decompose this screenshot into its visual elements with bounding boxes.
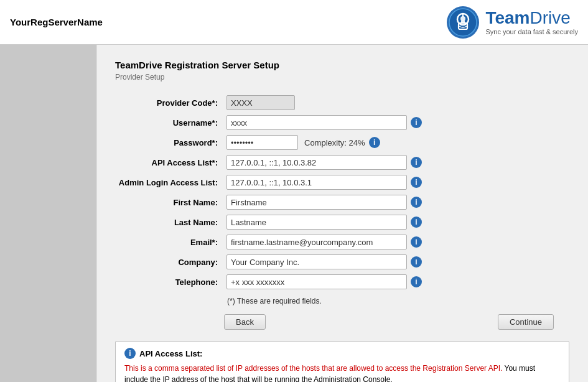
field-input-1[interactable] xyxy=(226,115,407,130)
teamdrive-logo-icon xyxy=(447,6,479,39)
field-input-3[interactable] xyxy=(226,155,407,170)
field-input-2[interactable] xyxy=(226,135,298,150)
field-label-4: Admin Login Access List: xyxy=(115,172,224,192)
form-row: Provider Code*: xyxy=(115,93,569,113)
field-input-9[interactable] xyxy=(226,274,407,289)
field-input-cell-5: i xyxy=(224,192,569,212)
button-row: Back Continue xyxy=(224,314,569,330)
form-row: Email*:i xyxy=(115,232,569,252)
help-box: i API Access List: This is a comma separ… xyxy=(115,341,569,382)
info-icon-2[interactable]: i xyxy=(369,137,380,148)
help-text-red: This is a comma separated list of IP add… xyxy=(124,364,502,373)
continue-button[interactable]: Continue xyxy=(498,314,554,330)
form-row: Username*:i xyxy=(115,113,569,133)
field-input-cell-9: i xyxy=(224,272,569,292)
field-label-9: Telephone: xyxy=(115,272,224,292)
logo-name: TeamDrive xyxy=(485,9,570,27)
field-input-0 xyxy=(226,95,295,110)
field-input-cell-1: i xyxy=(224,113,569,133)
field-label-0: Provider Code*: xyxy=(115,93,224,113)
field-input-cell-2: Complexity: 24%i xyxy=(224,133,569,152)
info-icon-3[interactable]: i xyxy=(411,157,422,168)
server-name: YourRegServerName xyxy=(10,17,103,27)
form-row: Password*:Complexity: 24%i xyxy=(115,133,569,152)
logo-area: TeamDrive Sync your data fast & securely xyxy=(447,6,578,39)
field-input-8[interactable] xyxy=(226,254,407,269)
logo-drive: Drive xyxy=(530,8,571,27)
info-icon-9[interactable]: i xyxy=(411,276,422,287)
logo-text: TeamDrive Sync your data fast & securely xyxy=(485,9,578,35)
form-row: Telephone:i xyxy=(115,272,569,292)
content: TeamDrive Registration Server Setup Prov… xyxy=(96,45,588,382)
field-input-cell-0 xyxy=(224,93,569,113)
help-box-text: This is a comma separated list of IP add… xyxy=(124,363,560,382)
main-layout: TeamDrive Registration Server Setup Prov… xyxy=(0,45,588,382)
field-label-5: First Name: xyxy=(115,192,224,212)
field-input-cell-3: i xyxy=(224,152,569,172)
field-input-5[interactable] xyxy=(226,195,407,210)
field-input-cell-6: i xyxy=(224,212,569,232)
field-input-7[interactable] xyxy=(226,235,407,249)
info-icon-7[interactable]: i xyxy=(411,236,422,248)
help-title-text: API Access List: xyxy=(139,349,202,358)
help-box-title: i API Access List: xyxy=(124,348,560,359)
svg-point-5 xyxy=(460,16,465,21)
header: YourRegServerName TeamDrive Sync your da… xyxy=(0,0,588,45)
logo-team: Team xyxy=(485,8,530,27)
field-label-2: Password*: xyxy=(115,133,224,152)
form-row: Admin Login Access List:i xyxy=(115,172,569,192)
info-icon-6[interactable]: i xyxy=(411,217,422,228)
info-icon-5[interactable]: i xyxy=(411,197,422,208)
back-button[interactable]: Back xyxy=(224,314,266,330)
field-input-6[interactable] xyxy=(226,215,407,230)
info-icon-1[interactable]: i xyxy=(411,117,422,128)
field-input-4[interactable] xyxy=(226,175,407,190)
field-label-7: Email*: xyxy=(115,232,224,252)
svg-rect-6 xyxy=(461,21,465,24)
field-input-cell-8: i xyxy=(224,252,569,272)
form-table: Provider Code*:Username*:iPassword*:Comp… xyxy=(115,93,569,292)
field-label-3: API Access List*: xyxy=(115,152,224,172)
field-input-cell-7: i xyxy=(224,232,569,252)
field-label-1: Username*: xyxy=(115,113,224,133)
form-row: API Access List*:i xyxy=(115,152,569,172)
complexity-text: Complexity: 24% xyxy=(304,138,365,147)
field-input-cell-4: i xyxy=(224,172,569,192)
required-note: (*) These are required fields. xyxy=(227,297,569,305)
page-title: TeamDrive Registration Server Setup xyxy=(115,60,569,70)
form-row: Company:i xyxy=(115,252,569,272)
field-label-8: Company: xyxy=(115,252,224,272)
form-row: First Name:i xyxy=(115,192,569,212)
page-subtitle: Provider Setup xyxy=(115,73,569,82)
sidebar xyxy=(0,45,96,382)
button-row-inner: Back Continue xyxy=(224,314,554,330)
info-icon-8[interactable]: i xyxy=(411,256,422,268)
info-icon-4[interactable]: i xyxy=(411,177,422,188)
logo-tagline: Sync your data fast & securely xyxy=(485,28,578,35)
field-label-6: Last Name: xyxy=(115,212,224,232)
form-row: Last Name:i xyxy=(115,212,569,232)
help-info-icon: i xyxy=(124,348,136,359)
